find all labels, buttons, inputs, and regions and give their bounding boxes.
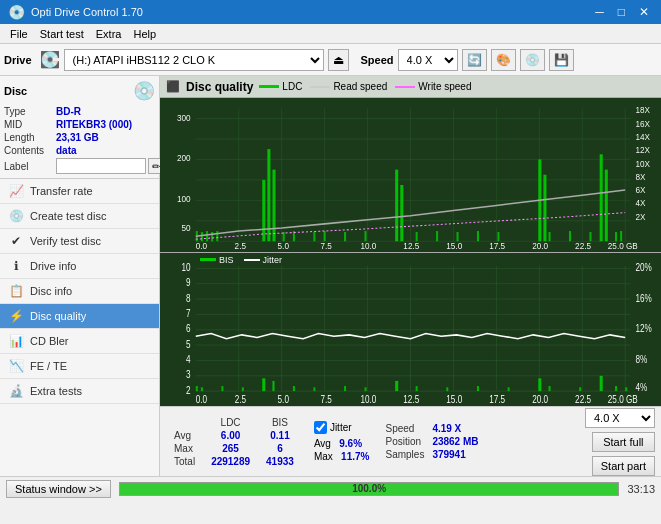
svg-text:16X: 16X bbox=[635, 120, 650, 129]
jitter-avg-value: 9.6% bbox=[339, 438, 362, 449]
jitter-avg-label: Avg bbox=[314, 438, 337, 449]
svg-text:4%: 4% bbox=[635, 382, 647, 393]
eject-button[interactable]: ⏏ bbox=[328, 49, 349, 71]
nav-menu: 📈 Transfer rate 💿 Create test disc ✔ Ver… bbox=[0, 179, 159, 476]
jitter-max-row: Max 11.7% bbox=[314, 451, 370, 462]
drive-info-icon: ℹ bbox=[8, 259, 24, 273]
svg-rect-122 bbox=[272, 380, 274, 390]
disc-info-label: Disc info bbox=[30, 285, 72, 297]
speed-info: Speed 4.19 X Position 23862 MB Samples 3… bbox=[381, 422, 482, 461]
sidebar-item-disc-info[interactable]: 📋 Disc info bbox=[0, 279, 159, 304]
svg-text:2: 2 bbox=[186, 384, 191, 395]
progress-text: 100.0% bbox=[120, 483, 619, 494]
menu-help[interactable]: Help bbox=[127, 27, 162, 41]
svg-text:0.0: 0.0 bbox=[196, 242, 208, 251]
label-label: Label bbox=[4, 161, 56, 172]
start-buttons: Start full Start part bbox=[592, 432, 655, 476]
sidebar-item-transfer-rate[interactable]: 📈 Transfer rate bbox=[0, 179, 159, 204]
save-button[interactable]: 💾 bbox=[549, 49, 574, 71]
mid-label: MID bbox=[4, 119, 56, 130]
sidebar: Disc 💿 Type BD-R MID RITEKBR3 (000) Leng… bbox=[0, 76, 160, 476]
svg-rect-135 bbox=[600, 375, 603, 390]
main-layout: Disc 💿 Type BD-R MID RITEKBR3 (000) Leng… bbox=[0, 76, 661, 476]
start-part-button[interactable]: Start part bbox=[592, 456, 655, 476]
length-label: Length bbox=[4, 132, 56, 143]
toolbar: Drive 💽 (H:) ATAPI iHBS112 2 CLO K ⏏ Spe… bbox=[0, 44, 661, 76]
action-area: 4.0 X 2.0 X 8.0 X Start full Start part bbox=[585, 408, 655, 476]
sidebar-item-extra-tests[interactable]: 🔬 Extra tests bbox=[0, 379, 159, 404]
svg-rect-67 bbox=[589, 232, 591, 241]
avg-bis: 0.11 bbox=[258, 429, 302, 442]
svg-text:7.5: 7.5 bbox=[321, 393, 332, 404]
minimize-button[interactable]: ─ bbox=[591, 6, 608, 18]
extra-tests-label: Extra tests bbox=[30, 385, 82, 397]
jitter-legend: Jitter bbox=[244, 255, 283, 265]
menu-start-test[interactable]: Start test bbox=[34, 27, 90, 41]
svg-rect-64 bbox=[543, 175, 546, 242]
svg-text:10.0: 10.0 bbox=[360, 393, 376, 404]
type-label: Type bbox=[4, 106, 56, 117]
svg-rect-70 bbox=[615, 232, 617, 241]
svg-rect-48 bbox=[267, 149, 270, 241]
menu-extra[interactable]: Extra bbox=[90, 27, 128, 41]
close-button[interactable]: ✕ bbox=[635, 6, 653, 18]
sidebar-item-verify-test-disc[interactable]: ✔ Verify test disc bbox=[0, 229, 159, 254]
svg-rect-49 bbox=[272, 170, 275, 242]
speed-label: Speed bbox=[361, 54, 394, 66]
read-speed-legend-label: Read speed bbox=[333, 81, 387, 92]
start-full-button[interactable]: Start full bbox=[592, 432, 655, 452]
create-test-disc-label: Create test disc bbox=[30, 210, 106, 222]
disc-button[interactable]: 💿 bbox=[520, 49, 545, 71]
menu-file[interactable]: File bbox=[4, 27, 34, 41]
drive-selector[interactable]: (H:) ATAPI iHBS112 2 CLO K bbox=[64, 49, 324, 71]
svg-text:7.5: 7.5 bbox=[321, 242, 333, 251]
svg-rect-56 bbox=[395, 170, 398, 242]
fe-te-icon: 📉 bbox=[8, 359, 24, 373]
app-icon: 💿 bbox=[8, 4, 25, 20]
sidebar-item-disc-quality[interactable]: ⚡ Disc quality bbox=[0, 304, 159, 329]
label-input[interactable] bbox=[56, 158, 146, 174]
sidebar-item-fe-te[interactable]: 📉 FE / TE bbox=[0, 354, 159, 379]
svg-rect-124 bbox=[313, 387, 315, 391]
svg-text:12X: 12X bbox=[635, 146, 650, 155]
svg-text:2X: 2X bbox=[635, 213, 646, 222]
sidebar-item-drive-info[interactable]: ℹ Drive info bbox=[0, 254, 159, 279]
svg-rect-131 bbox=[508, 387, 510, 391]
progress-bar-container: 100.0% bbox=[119, 482, 620, 496]
content-title: Disc quality bbox=[186, 80, 253, 94]
write-speed-legend-color bbox=[395, 86, 415, 88]
svg-text:50: 50 bbox=[182, 224, 192, 233]
color-button[interactable]: 🎨 bbox=[491, 49, 516, 71]
drive-info-label: Drive info bbox=[30, 260, 76, 272]
svg-text:7: 7 bbox=[186, 308, 191, 319]
refresh-button[interactable]: 🔄 bbox=[462, 49, 487, 71]
extra-tests-icon: 🔬 bbox=[8, 384, 24, 398]
disc-panel-icon: 💿 bbox=[133, 80, 155, 102]
svg-rect-61 bbox=[477, 231, 479, 241]
jitter-checkbox[interactable] bbox=[314, 421, 327, 434]
speed-selector[interactable]: 4.0 X 2.0 X 8.0 X bbox=[398, 49, 458, 71]
status-window-button[interactable]: Status window >> bbox=[6, 480, 111, 498]
svg-text:4X: 4X bbox=[635, 199, 646, 208]
cd-bler-icon: 📊 bbox=[8, 334, 24, 348]
length-value: 23,31 GB bbox=[56, 132, 99, 143]
svg-text:17.5: 17.5 bbox=[489, 393, 505, 404]
fe-te-label: FE / TE bbox=[30, 360, 67, 372]
svg-rect-137 bbox=[625, 387, 627, 391]
sidebar-item-create-test-disc[interactable]: 💿 Create test disc bbox=[0, 204, 159, 229]
maximize-button[interactable]: □ bbox=[614, 6, 629, 18]
svg-text:12.5: 12.5 bbox=[403, 242, 419, 251]
speed-select[interactable]: 4.0 X 2.0 X 8.0 X bbox=[585, 408, 655, 428]
bottom-chart: BIS Jitter bbox=[160, 253, 661, 407]
bis-legend-color bbox=[200, 258, 216, 261]
svg-text:300: 300 bbox=[177, 114, 191, 123]
svg-rect-54 bbox=[344, 232, 346, 241]
svg-text:25.0 GB: 25.0 GB bbox=[608, 393, 638, 404]
disc-quality-icon: ⚡ bbox=[8, 309, 24, 323]
svg-rect-62 bbox=[497, 232, 499, 241]
sidebar-item-cd-bler[interactable]: 📊 CD Bler bbox=[0, 329, 159, 354]
svg-rect-125 bbox=[344, 386, 346, 391]
svg-text:14X: 14X bbox=[635, 133, 650, 142]
bottom-chart-svg: 10 9 8 7 6 5 4 3 2 20% 16% 12% 8% 4% bbox=[160, 253, 661, 407]
drive-icon: 💽 bbox=[40, 50, 60, 69]
